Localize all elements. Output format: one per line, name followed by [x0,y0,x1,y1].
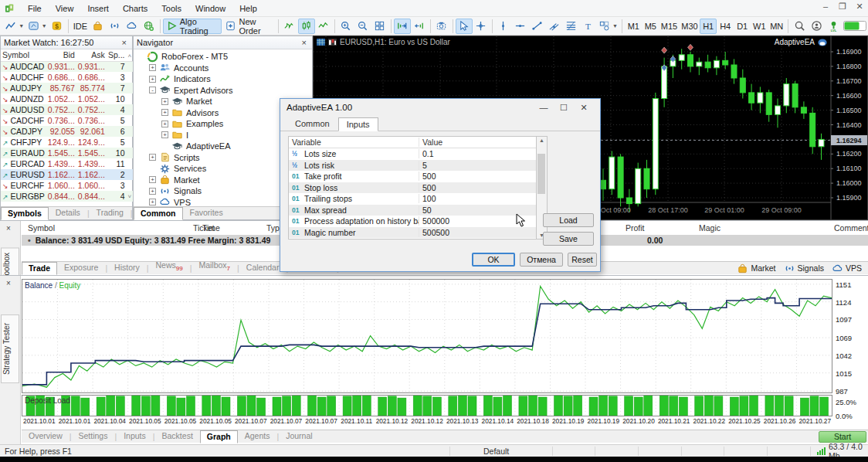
nav-item-accounts[interactable]: +Accounts [135,63,312,74]
timeframe-m15-button[interactable]: M15 [659,19,679,34]
mw-col-sp[interactable]: Sp... [107,49,127,61]
shift-end-button[interactable] [394,19,411,34]
market-watch-close-icon[interactable]: × [120,38,129,47]
collapse-icon[interactable]: - [149,87,156,93]
market-bag-button[interactable] [90,19,107,34]
camera-button[interactable] [433,19,450,34]
mw-col-symbol[interactable]: Symbol [1,49,46,61]
cursor-button[interactable] [456,19,473,34]
menu-charts[interactable]: Charts [116,2,154,15]
input-row-take-profit[interactable]: 01Take profit500 [289,171,536,182]
menu-view[interactable]: View [49,2,81,15]
load-button[interactable]: Load [543,213,594,227]
new-order-button[interactable]: New Order [222,19,275,34]
dialog-close-icon[interactable]: ✕ [574,103,594,113]
text-button[interactable]: T [580,19,597,34]
timeframe-h1-button[interactable]: H1 [700,19,717,34]
hline-button[interactable] [512,19,529,34]
toolbox-col-comment[interactable]: Comment [834,223,868,233]
restore-button[interactable]: ❐ [837,2,848,12]
nav-tab-favorites[interactable]: Favorites [183,206,230,219]
mw-tab-details[interactable]: Details [49,206,87,219]
timeframe-m1-button[interactable]: M1 [625,19,642,34]
toolbox-close-icon[interactable]: × [6,224,11,233]
timeframe-d1-button[interactable]: D1 [734,19,751,34]
input-row-max-spread[interactable]: 01Max spread50 [289,205,536,216]
navigator-close-icon[interactable]: × [300,38,309,47]
expand-icon[interactable]: + [161,98,168,105]
input-row-show-info-panel[interactable]: abShow info paneltrue [289,238,536,239]
mw-row-eurchf[interactable]: ↘ EURCHF 1.060... 1.060... 3 [1,180,133,191]
dialog-minimize-icon[interactable]: — [534,103,554,112]
mw-scroll-down-icon[interactable]: ˅ [126,191,133,202]
trendline-button[interactable] [529,19,546,34]
mw-row-chfjpy[interactable]: ↗ CHFJPY 124.9... 124.9... 5 [1,137,133,148]
mw-col-ask[interactable]: Ask [76,49,107,61]
tester-tab-agents[interactable]: Agents [238,430,277,443]
input-row-lots-size[interactable]: ½Lots size0.1 [289,148,536,160]
timeframe-m5-button[interactable]: M5 [642,19,659,34]
menu-window[interactable]: Window [188,2,232,15]
minimize-button[interactable]: – [820,2,831,12]
tile-windows-button[interactable] [371,19,388,34]
reset-button[interactable]: Reset [568,253,597,267]
timeframe-m30-button[interactable]: M30 [680,19,700,34]
line-chart-button[interactable]: ▼ [3,19,25,34]
toolbox-tab-exposure[interactable]: Exposure [57,261,105,274]
save-button[interactable]: Save [543,232,594,246]
nav-tab-common[interactable]: Common [134,207,183,220]
tester-tab-backtest[interactable]: Backtest [155,430,200,443]
dialog-titlebar[interactable]: AdaptiveEA 1.00 — ☐ ✕ [280,99,600,116]
inputs-table[interactable]: VariableValue½Lots size0.1½Lots risk501T… [288,136,537,239]
toolbox-col-typ[interactable]: Typ [266,223,280,233]
search-button[interactable] [791,19,808,34]
candle-profile-button[interactable]: ▼ [25,19,48,34]
input-row-process-adaptation-on-history-bars[interactable]: 01Process adaptation on history bars5000… [289,216,536,227]
tester-tab-settings[interactable]: Settings [72,430,115,443]
menu-tools[interactable]: Tools [154,2,188,15]
auto-scroll-button[interactable] [411,19,428,34]
mw-row-audcad[interactable]: ↘ AUDCAD 0.931... 0.931... 7 [1,61,133,72]
nav-item-roboforex-mt5[interactable]: +RoboForex - MT5 [135,51,312,63]
ok-button[interactable]: OK [472,253,515,267]
toolbox-col-time[interactable]: Time [202,223,220,233]
mw-row-eurusd[interactable]: ↗ EURUSD 1.162... 1.162... 2 [1,169,133,180]
cancel-button[interactable]: Отмена [520,253,563,267]
expand-icon[interactable]: + [149,76,156,83]
mw-tab-symbols[interactable]: Symbols [1,207,49,220]
mw-row-audusd[interactable]: ↘ AUDUSD 0.752... 0.752... 4 [1,104,133,115]
scroll-up-icon[interactable]: ▲ [537,138,547,143]
tester-close-icon[interactable]: × [6,279,11,287]
dialog-tab-inputs[interactable]: Inputs [338,117,378,131]
mw-row-audchf[interactable]: ↘ AUDCHF 0.686... 0.686... 3 [1,72,133,83]
line-mode-button[interactable] [315,19,332,34]
nav-item-expert-advisors[interactable]: -Expert Advisors [135,85,312,97]
nav-item-indicators[interactable]: +Indicators [135,73,312,85]
signals-button[interactable]: Signals [784,263,824,274]
toolbox-tab-trade[interactable]: Trade [22,262,57,275]
vps-button[interactable]: VPS [832,263,862,274]
expand-icon[interactable]: + [149,176,156,183]
tester-tab-inputs[interactable]: Inputs [117,430,153,443]
toolbox-col-profit[interactable]: Profit [626,223,645,233]
signals-antenna-button[interactable] [107,19,124,34]
close-button[interactable]: ✕ [854,2,865,12]
expand-icon[interactable]: + [161,121,168,127]
status-profile[interactable]: Default [479,446,514,457]
value-cell[interactable]: 500 [419,172,536,181]
zoom-out-button[interactable] [354,19,371,34]
expand-icon[interactable]: + [161,131,168,138]
fibo-button[interactable] [563,19,580,34]
deposit-load-graph[interactable] [22,395,832,416]
menu-file[interactable]: File [21,2,49,15]
vline-button[interactable] [495,19,512,34]
dialog-maximize-icon[interactable]: ☐ [554,103,574,113]
tick-chart-button[interactable] [281,19,298,34]
input-row-trailing-stops[interactable]: 01Trailing stops100 [289,193,536,205]
tester-tab-journal[interactable]: Journal [279,430,319,443]
zoom-in-button[interactable] [337,19,354,34]
toolbox-tab-history[interactable]: History [107,261,147,274]
value-cell[interactable]: 5 [419,161,536,170]
input-row-magic-number[interactable]: 01Magic number500500 [289,227,536,239]
expand-icon[interactable]: + [149,64,156,71]
